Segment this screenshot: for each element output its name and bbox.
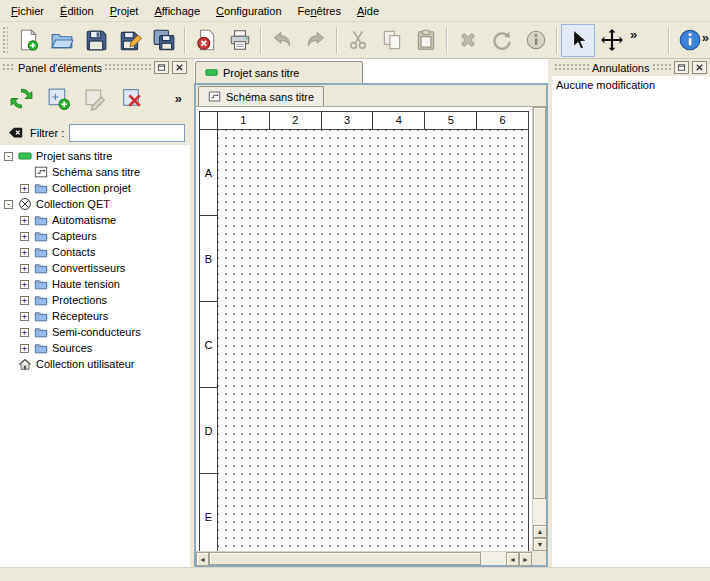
project-tab-bar: Projet sans titre	[194, 59, 548, 83]
delete-element-icon	[120, 86, 145, 111]
new-document-icon	[16, 28, 40, 52]
chevron-double-icon: »	[630, 28, 644, 52]
expander-plus-icon[interactable]: +	[20, 232, 32, 241]
tree-item-collection-projet[interactable]: +Collection projet	[0, 180, 190, 196]
diagram-properties-button	[519, 24, 553, 57]
tree-item-automatisme[interactable]: +Automatisme	[0, 212, 190, 228]
selection-mode-button[interactable]	[561, 24, 595, 57]
menu-projet[interactable]: Projet	[102, 0, 147, 21]
schema-canvas[interactable]: 123456 ABCDE	[196, 107, 532, 551]
main-area: Panel d'éléments » Filtrer : -Projet san…	[0, 59, 710, 567]
schema-icon	[208, 90, 221, 103]
expander-minus-icon[interactable]: -	[4, 152, 16, 161]
scroll-left-button-2[interactable]: ◄	[506, 552, 519, 566]
delete-element-button[interactable]	[117, 83, 148, 114]
toolbar-separator	[260, 27, 262, 54]
filter-clear-button[interactable]	[5, 124, 25, 142]
tree-item-capteurs[interactable]: +Capteurs	[0, 228, 190, 244]
expander-minus-icon[interactable]: -	[4, 200, 16, 209]
undo-panel-float-button[interactable]	[674, 61, 689, 74]
schema-tab-label: Schéma sans titre	[226, 91, 314, 103]
expander-plus-icon[interactable]: +	[20, 312, 32, 321]
horizontal-scrollbar-track[interactable]	[481, 552, 506, 565]
tree-item-collection-qet[interactable]: -Collection QET	[0, 196, 190, 212]
vertical-scrollbar-thumb[interactable]	[533, 107, 546, 499]
tree-item-label: Capteurs	[52, 230, 97, 242]
reload-collections-button[interactable]	[6, 83, 37, 114]
schema-tab-bar: Schéma sans titre	[196, 85, 546, 107]
tree-item-protections[interactable]: +Protections	[0, 292, 190, 308]
scroll-right-button[interactable]: ►	[519, 552, 532, 566]
rotate-icon	[490, 28, 514, 52]
tree-item-convertisseurs[interactable]: +Convertisseurs	[0, 260, 190, 276]
scroll-left-button[interactable]: ◄	[196, 552, 209, 566]
panel-toolbar-overflow-button[interactable]: »	[175, 92, 184, 105]
home-icon	[18, 357, 32, 371]
tree-item-haute-tension[interactable]: +Haute tension	[0, 276, 190, 292]
menu-configuration[interactable]: Configuration	[208, 0, 289, 21]
undo-panel-header[interactable]: Annulations	[552, 59, 710, 76]
project-tab[interactable]: Projet sans titre	[195, 61, 363, 83]
tree-item-semi-conducteurs[interactable]: +Semi-conducteurs	[0, 324, 190, 340]
project-icon	[205, 66, 218, 79]
expander-plus-icon[interactable]: +	[20, 328, 32, 337]
new-file-button[interactable]	[11, 24, 45, 57]
elements-panel-float-button[interactable]	[154, 61, 169, 74]
row-header-a: A	[200, 130, 217, 216]
expander-plus-icon[interactable]: +	[20, 296, 32, 305]
refresh-icon	[9, 86, 34, 111]
tree-item-label: Automatisme	[52, 214, 116, 226]
schema-tab[interactable]: Schéma sans titre	[198, 86, 324, 106]
undo-panel-close-button[interactable]	[692, 61, 707, 74]
elements-panel-close-button[interactable]	[172, 61, 187, 74]
copy-icon	[380, 28, 404, 52]
menu-fichier[interactable]: Fichier	[3, 0, 52, 21]
expander-plus-icon[interactable]: +	[20, 280, 32, 289]
tree-item-projet-sans-titre[interactable]: -Projet sans titre	[0, 148, 190, 164]
tree-item-sources[interactable]: +Sources	[0, 340, 190, 356]
tree-item-label: Collection projet	[52, 182, 131, 194]
status-bar	[0, 567, 710, 579]
new-element-button[interactable]	[43, 83, 74, 114]
filter-input[interactable]	[69, 124, 185, 142]
row-header-e: E	[200, 474, 217, 551]
expander-plus-icon[interactable]: +	[20, 344, 32, 353]
expander-plus-icon[interactable]: +	[20, 216, 32, 225]
expander-plus-icon[interactable]: +	[20, 264, 32, 273]
vertical-scrollbar-track[interactable]	[533, 499, 546, 525]
save-file-as-button[interactable]	[113, 24, 147, 57]
folder-icon	[34, 325, 48, 339]
tree-item-contacts[interactable]: +Contacts	[0, 244, 190, 260]
open-file-button[interactable]	[45, 24, 79, 57]
print-button[interactable]	[223, 24, 257, 57]
cut-button	[341, 24, 375, 57]
undo-history-list[interactable]: Aucune modification	[552, 76, 710, 567]
modes-overflow-button[interactable]: »	[629, 24, 645, 57]
elements-panel-title: Panel d'éléments	[18, 62, 102, 74]
vertical-scrollbar[interactable]: ▲ ▼	[532, 107, 546, 551]
scroll-down-button[interactable]: ▼	[533, 538, 547, 551]
save-file-button[interactable]	[79, 24, 113, 57]
horizontal-scrollbar-thumb[interactable]	[209, 552, 481, 565]
row-header-b: B	[200, 216, 217, 302]
menu-aide[interactable]: Aide	[349, 0, 387, 21]
tree-item-label: Semi-conducteurs	[52, 326, 141, 338]
visualisation-mode-button[interactable]	[595, 24, 629, 57]
tree-item-recepteurs[interactable]: +Récepteurs	[0, 308, 190, 324]
expander-plus-icon[interactable]: +	[20, 184, 32, 193]
menu-fenetres[interactable]: Fenêtres	[290, 0, 349, 21]
save-all-button[interactable]	[147, 24, 181, 57]
tree-item-schema-sans-titre[interactable]: Schéma sans titre	[0, 164, 190, 180]
elements-panel-header[interactable]: Panel d'éléments	[0, 59, 190, 76]
menu-affichage[interactable]: Affichage	[146, 0, 208, 21]
toolbar-separator	[446, 27, 448, 54]
sheet-body: ABCDE	[200, 130, 528, 551]
toolbar-extension-button[interactable]: »	[702, 31, 709, 44]
menu-edition[interactable]: Édition	[52, 0, 102, 21]
tree-item-collection-utilisateur[interactable]: Collection utilisateur	[0, 356, 190, 372]
scroll-up-button[interactable]: ▲	[533, 525, 547, 538]
toolbar-grip[interactable]	[3, 27, 8, 53]
expander-plus-icon[interactable]: +	[20, 248, 32, 257]
close-file-button[interactable]	[189, 24, 223, 57]
horizontal-scrollbar[interactable]: ◄ ◄ ►	[196, 551, 532, 565]
